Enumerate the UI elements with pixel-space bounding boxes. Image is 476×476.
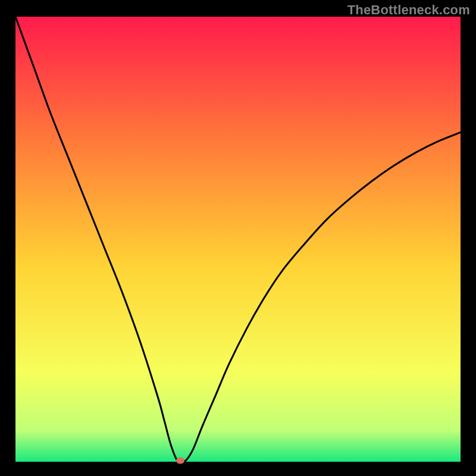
plot-area (15, 17, 461, 462)
chart-frame: TheBottleneck.com (0, 0, 476, 476)
chart-svg (15, 17, 461, 462)
watermark-text: TheBottleneck.com (347, 2, 470, 18)
optimal-point-marker (176, 458, 184, 464)
gradient-background (15, 17, 461, 462)
